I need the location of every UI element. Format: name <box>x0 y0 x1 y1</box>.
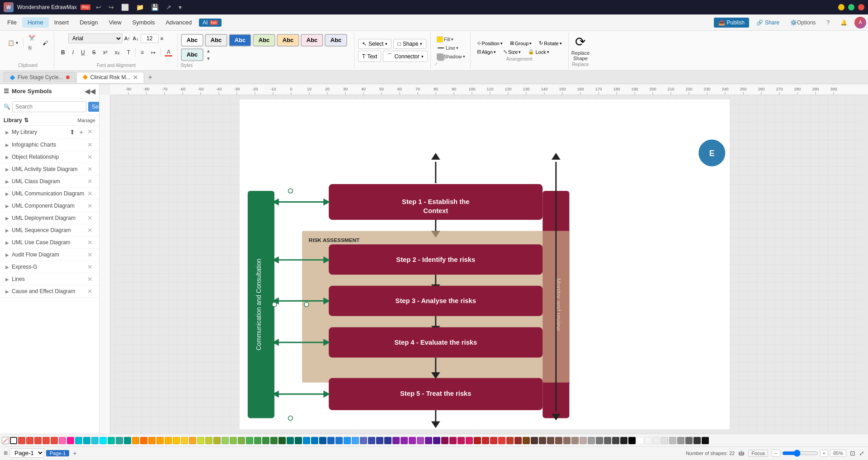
color-swatch[interactable] <box>588 437 595 444</box>
color-swatch[interactable] <box>645 437 652 444</box>
color-swatch[interactable] <box>376 437 383 444</box>
color-swatch[interactable] <box>311 437 318 444</box>
style-box-2[interactable]: Abc <box>205 34 227 47</box>
style-box-3[interactable]: Abc <box>229 34 251 47</box>
tab-clinical-risk[interactable]: 🔶 Clinical Risk M... ✕ <box>76 72 145 83</box>
styles-scroll-up[interactable]: ▲ <box>205 47 212 54</box>
export-icon[interactable]: ↗ <box>164 3 173 12</box>
sidebar-item-infographic[interactable]: ▶ Infographic Charts ✕ <box>0 139 99 151</box>
color-swatch[interactable] <box>702 437 709 444</box>
strikethrough-button[interactable]: S <box>89 48 99 57</box>
menu-design[interactable]: Design <box>74 17 103 28</box>
size-button[interactable]: ⤡ Size ▾ <box>500 48 524 56</box>
open-icon[interactable]: 📁 <box>134 3 146 12</box>
color-swatch[interactable] <box>303 437 310 444</box>
color-swatch[interactable] <box>238 437 245 444</box>
italic-button[interactable]: I <box>69 48 77 57</box>
color-swatch[interactable] <box>417 437 424 444</box>
sidebar-item-uml-class[interactable]: ▶ UML Class Diagram ✕ <box>0 175 99 188</box>
color-swatch[interactable] <box>222 437 229 444</box>
search-button[interactable]: Search <box>88 102 99 112</box>
sidebar-item-uml-activity[interactable]: ▶ UML Activity State Diagram ✕ <box>0 163 99 175</box>
color-swatch[interactable] <box>482 437 489 444</box>
color-swatch[interactable] <box>368 437 375 444</box>
connector-button[interactable]: ⌒ Connector ▾ <box>383 51 427 62</box>
page-selector[interactable]: Page-1 <box>9 448 44 458</box>
color-swatch[interactable] <box>173 437 180 444</box>
color-swatch[interactable] <box>327 437 335 444</box>
color-swatch[interactable] <box>637 437 644 444</box>
indent-button[interactable]: ↦ <box>148 48 159 57</box>
sidebar-item-audit-flow[interactable]: ▶ Audit Flow Diagram ✕ <box>0 249 99 261</box>
color-swatch[interactable] <box>75 437 82 444</box>
uml-sequence-close[interactable]: ✕ <box>86 227 94 234</box>
color-swatch[interactable] <box>270 437 278 444</box>
color-swatch[interactable] <box>91 437 99 444</box>
sidebar-item-uml-usecase[interactable]: ▶ UML Use Case Diagram ✕ <box>0 237 99 249</box>
my-library-close[interactable]: ✕ <box>86 128 94 136</box>
tab-close-button[interactable]: ✕ <box>133 74 138 81</box>
color-swatch[interactable] <box>474 437 481 444</box>
new-icon[interactable]: ⬜ <box>119 3 131 12</box>
color-swatch[interactable] <box>620 437 627 444</box>
search-input[interactable] <box>12 101 86 112</box>
format-extend-icon[interactable]: ⤢ <box>434 62 467 66</box>
bullet-list-button[interactable]: ≡ <box>137 48 147 57</box>
group-button[interactable]: ⊞ Group ▾ <box>507 39 535 47</box>
style-box-4[interactable]: Abc <box>253 34 275 47</box>
menu-symbols[interactable]: Symbols <box>127 17 160 28</box>
font-size-input[interactable] <box>141 34 159 43</box>
color-swatch[interactable] <box>352 437 359 444</box>
color-swatch[interactable] <box>523 437 530 444</box>
notify-button[interactable]: 🔔 <box>837 18 851 28</box>
minimize-button[interactable] <box>838 4 844 10</box>
no-fill-swatch[interactable] <box>2 437 9 444</box>
underline-button[interactable]: U <box>78 48 88 57</box>
color-swatch[interactable] <box>604 437 611 444</box>
align-icon[interactable]: ≡ <box>160 36 164 41</box>
color-swatch[interactable] <box>181 437 188 444</box>
decrease-font-icon[interactable]: A↓ <box>132 36 140 41</box>
color-swatch[interactable] <box>555 437 562 444</box>
color-swatch[interactable] <box>165 437 172 444</box>
color-swatch[interactable] <box>490 437 497 444</box>
object-rel-close[interactable]: ✕ <box>86 153 94 161</box>
color-swatch[interactable] <box>108 437 115 444</box>
sidebar-collapse-button[interactable]: ◀◀ <box>85 87 95 95</box>
color-swatch[interactable] <box>693 437 701 444</box>
color-swatch[interactable] <box>132 437 139 444</box>
outline-swatch[interactable] <box>10 437 17 444</box>
rotate-button[interactable]: ↻ Rotate ▾ <box>536 39 564 47</box>
color-swatch[interactable] <box>51 437 58 444</box>
sidebar-item-express-g[interactable]: ▶ Express-G ✕ <box>0 261 99 273</box>
shape-button[interactable]: □ Shape ▾ <box>393 39 426 49</box>
menu-view[interactable]: View <box>104 17 127 28</box>
color-swatch[interactable] <box>547 437 554 444</box>
color-swatch[interactable] <box>156 437 164 444</box>
sidebar-item-cause-effect[interactable]: ▶ Cause and Effect Diagram ✕ <box>0 285 99 298</box>
more-icon[interactable]: ▾ <box>177 3 184 12</box>
manage-label[interactable]: Manage <box>77 118 95 123</box>
color-swatch[interactable] <box>42 437 50 444</box>
grid-view-icon[interactable]: ⊞ <box>4 450 8 456</box>
color-swatch[interactable] <box>262 437 269 444</box>
color-swatch[interactable] <box>287 437 294 444</box>
page-tab[interactable]: Page-1 <box>46 450 69 456</box>
color-swatch[interactable] <box>531 437 538 444</box>
color-swatch[interactable] <box>563 437 571 444</box>
sidebar-item-uml-component[interactable]: ▶ UML Component Diagram ✕ <box>0 200 99 212</box>
my-library-add[interactable]: + <box>78 128 85 136</box>
share-button[interactable]: 🔗Share <box>753 18 783 28</box>
color-swatch[interactable] <box>148 437 156 444</box>
add-tab-button[interactable]: + <box>145 72 155 82</box>
text-button[interactable]: T Text <box>358 51 381 62</box>
color-swatch[interactable] <box>441 437 448 444</box>
undo-icon[interactable]: ↩ <box>94 3 103 12</box>
menu-insert[interactable]: Insert <box>49 17 75 28</box>
select-button[interactable]: ↖ Select ▾ <box>358 39 392 49</box>
sidebar-item-uml-sequence[interactable]: ▶ UML Sequence Diagram ✕ <box>0 224 99 237</box>
color-swatch[interactable] <box>653 437 660 444</box>
color-swatch[interactable] <box>205 437 212 444</box>
fill-button[interactable]: Fill ▾ <box>434 35 456 43</box>
color-swatch[interactable] <box>18 437 25 444</box>
